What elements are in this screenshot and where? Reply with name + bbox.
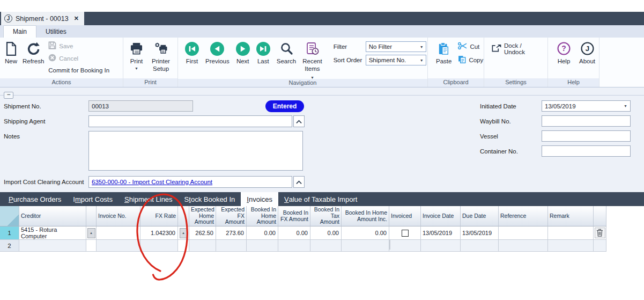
column-header-remark[interactable]: Remark — [548, 206, 594, 226]
cell-booked-in-home-amount[interactable]: 0.00 — [247, 226, 278, 240]
notes-textarea[interactable] — [88, 131, 303, 171]
grid-select-all-corner[interactable] — [0, 206, 19, 226]
column-header-due-date[interactable]: Due Date — [461, 206, 499, 226]
first-button[interactable]: First — [182, 40, 202, 65]
recent-items-button[interactable]: Recent Items ▼ — [300, 40, 324, 81]
dock-undock-button[interactable]: Dock / Undock — [490, 42, 545, 56]
recent-items-icon — [305, 41, 319, 56]
cell-expected-fx-amount[interactable]: 273.60 — [216, 226, 247, 240]
cell-expected-fx-amount-empty[interactable] — [216, 240, 247, 252]
delete-row-button[interactable] — [595, 228, 605, 238]
row-header-1[interactable]: 1 — [0, 226, 19, 240]
cell-remark-empty[interactable] — [548, 240, 594, 252]
ribbon-tab-utilities[interactable]: Utilities — [36, 26, 76, 38]
column-header-booked-in-fx-amount[interactable]: Booked In FX Amount — [278, 206, 310, 226]
cell-booked-in-home-amount-inc[interactable]: 0.00 — [342, 226, 389, 240]
cell-remark[interactable] — [548, 226, 594, 240]
waybill-no-input[interactable] — [542, 116, 630, 126]
column-header-expected-home-amount[interactable]: Expected Home Amount — [189, 206, 216, 226]
import-cost-clearing-account-field[interactable]: 6350-000-00 - Import Cost Clearing Accou… — [88, 176, 292, 188]
help-button[interactable]: ? Help — [554, 40, 573, 65]
cell-fx-spin-col: ▲ — [178, 226, 189, 240]
cell-expected-home-amount[interactable]: 262.50 — [189, 226, 216, 240]
collapse-panel-button[interactable]: − — [4, 92, 13, 99]
refresh-button[interactable]: Refresh — [20, 40, 47, 65]
fx-rate-spinner-button[interactable]: ▲ — [180, 228, 188, 238]
invoiced-checkbox-faint[interactable] — [389, 240, 390, 250]
shipping-agent-lookup-button[interactable] — [293, 115, 305, 127]
column-header-reference[interactable]: Reference — [499, 206, 548, 226]
filter-dropdown[interactable]: No Filter ▼ — [366, 41, 426, 52]
cell-invoice-no[interactable] — [97, 226, 140, 240]
commit-for-booking-in-button[interactable]: Commit for Booking In — [47, 65, 111, 74]
cell-invoice-date-empty[interactable] — [421, 240, 461, 252]
close-icon[interactable]: ✕ — [74, 15, 79, 22]
shipment-no-field[interactable]: 00013 — [88, 100, 193, 112]
initiated-date-field[interactable]: 13/05/2019 ▼ — [542, 100, 631, 112]
sort-order-dropdown[interactable]: Shipment No. ▼ — [366, 55, 426, 65]
paste-button[interactable]: Paste — [433, 40, 454, 65]
print-button[interactable]: Print ▼ — [127, 40, 146, 70]
printer-setup-button[interactable]: Printer Setup — [148, 40, 174, 73]
tab-shipment-lines[interactable]: Shipment Lines — [119, 192, 179, 206]
import-account-lookup-button[interactable] — [293, 176, 305, 188]
last-button[interactable]: Last — [254, 40, 273, 65]
search-button[interactable]: Search — [274, 40, 299, 65]
vessel-field[interactable] — [542, 130, 631, 142]
shipping-agent-input[interactable] — [89, 116, 292, 127]
tab-purchase-orders[interactable]: Purchase Orders — [3, 192, 67, 206]
tab-invoices[interactable]: Invoices — [241, 192, 278, 206]
cut-button[interactable]: Cut — [456, 41, 485, 52]
tab-import-costs[interactable]: Import Costs — [67, 192, 119, 206]
save-button[interactable]: Save — [47, 41, 111, 51]
cancel-button[interactable]: Cancel — [47, 53, 111, 63]
cell-fx-rate-empty[interactable] — [140, 240, 178, 252]
column-header-creditor[interactable]: Creditor — [19, 206, 86, 226]
cell-invoice-date[interactable]: 13/05/2019 — [421, 226, 461, 240]
cell-reference-empty[interactable] — [499, 240, 548, 252]
tab-value-of-taxable-import[interactable]: Value of Taxable Import — [278, 192, 363, 206]
import-cost-clearing-account-link[interactable]: 6350-000-00 - Import Cost Clearing Accou… — [92, 179, 212, 185]
cell-creditor-empty[interactable] — [19, 240, 86, 252]
column-header-fx-rate[interactable]: FX Rate — [140, 206, 178, 226]
column-header-expected-fx-amount[interactable]: Expected FX Amount — [216, 206, 247, 226]
copy-button[interactable]: Copy — [456, 55, 485, 65]
invoiced-checkbox[interactable] — [402, 230, 409, 237]
cell-expected-home-amount-empty[interactable] — [189, 240, 216, 252]
cell-reference[interactable] — [499, 226, 548, 240]
container-no-input[interactable] — [542, 146, 630, 156]
cell-booked-in-tax-amount-empty[interactable] — [310, 240, 342, 252]
new-button[interactable]: New — [2, 40, 20, 65]
next-button[interactable]: Next — [233, 40, 253, 65]
column-header-invoice-date[interactable]: Invoice Date — [421, 206, 461, 226]
cell-booked-in-tax-amount[interactable]: 0.00 — [310, 226, 342, 240]
tab-stock-booked-in[interactable]: Stock Booked In — [179, 192, 241, 206]
cell-fx-rate[interactable]: 1.042300 — [140, 226, 178, 240]
column-header-booked-in-home-amount[interactable]: Booked In Home Amount — [247, 206, 278, 226]
previous-button[interactable]: Previous — [203, 40, 232, 65]
cell-booked-in-fx-amount-empty[interactable] — [278, 240, 310, 252]
creditor-dropdown-button[interactable]: ▲ — [87, 228, 95, 238]
printer-icon — [130, 41, 143, 56]
column-header-booked-in-home-amount-inc[interactable]: Booked In Home Amount Inc. — [342, 206, 389, 226]
about-button[interactable]: J About — [576, 40, 598, 65]
ribbon-tab-main[interactable]: Main — [3, 25, 36, 38]
cell-booked-in-fx-amount[interactable]: 0.00 — [278, 226, 310, 240]
document-tab-shipment[interactable]: J Shipment - 00013 ✕ — [1, 12, 84, 25]
column-header-booked-in-tax-amount[interactable]: Booked In Tax Amount — [310, 206, 342, 226]
waybill-no-field[interactable] — [542, 115, 631, 127]
cell-creditor[interactable]: 5415 - Rotura Computer — [19, 226, 86, 240]
container-no-field[interactable] — [542, 145, 631, 157]
initiated-date-dropdown-icon[interactable]: ▼ — [624, 104, 630, 108]
column-header-invoice-no[interactable]: Invoice No. — [97, 206, 140, 226]
cell-booked-in-home-amount-empty[interactable] — [247, 240, 278, 252]
vessel-input[interactable] — [542, 131, 630, 141]
shipping-agent-field[interactable] — [88, 115, 292, 127]
cell-booked-in-home-amount-inc-empty[interactable] — [342, 240, 389, 252]
row-header-2[interactable]: 2 — [0, 240, 19, 252]
status-badge: Entered — [265, 100, 304, 112]
cell-due-date[interactable]: 13/05/2019 — [461, 226, 499, 240]
cell-due-date-empty[interactable] — [461, 240, 499, 252]
column-header-invoiced[interactable]: Invoiced — [389, 206, 421, 226]
cell-invoice-no-empty[interactable] — [97, 240, 140, 252]
